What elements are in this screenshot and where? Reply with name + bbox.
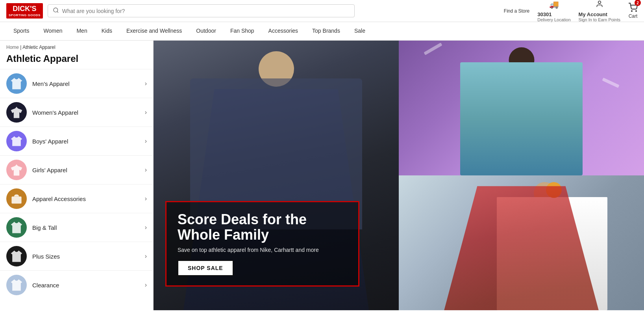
search-icon xyxy=(53,7,59,15)
svg-line-1 xyxy=(57,11,58,13)
sidebar-label-mens: Men's Apparel xyxy=(32,80,139,87)
hero-image-kid xyxy=(399,175,644,310)
sidebar-item-accessories[interactable]: Apparel Accessories › xyxy=(0,184,153,213)
svg-point-0 xyxy=(54,8,58,12)
svg-rect-5 xyxy=(11,197,21,204)
hero-image-man: Score Deals for the Whole Family Save on… xyxy=(154,41,399,310)
sidebar-thumb-mens xyxy=(6,73,27,94)
sidebar-label-womens: Women's Apparel xyxy=(32,109,139,116)
cart-badge: 2 xyxy=(628,3,638,13)
account-icon xyxy=(596,0,603,9)
nav-accessories[interactable]: Accessories xyxy=(261,22,305,40)
main-nav: Sports Women Men Kids Exercise and Welln… xyxy=(0,22,644,41)
sidebar-item-mens[interactable]: Men's Apparel › xyxy=(0,69,153,98)
nav-sports[interactable]: Sports xyxy=(6,22,36,40)
find-store-button[interactable]: Find a Store xyxy=(504,8,529,14)
delivery-location[interactable]: 🚚 30301 Delivery Location xyxy=(537,0,570,22)
breadcrumb-home[interactable]: Home xyxy=(6,45,19,50)
chevron-right-icon: › xyxy=(145,224,147,231)
sidebar-label-plus: Plus Sizes xyxy=(32,253,139,260)
site-header: DICK'S SPORTING GOODS Find a Store 🚚 303… xyxy=(0,0,644,22)
breadcrumb-current: Athletic Apparel xyxy=(22,45,55,50)
sidebar-thumb-boys xyxy=(6,131,27,151)
nav-men[interactable]: Men xyxy=(69,22,94,40)
nav-sale[interactable]: Sale xyxy=(347,22,372,40)
sidebar-thumb-plus xyxy=(6,246,27,266)
chevron-right-icon: › xyxy=(145,138,147,145)
sidebar-label-girls: Girls' Apparel xyxy=(32,167,139,173)
nav-exercise[interactable]: Exercise and Wellness xyxy=(119,22,189,40)
chevron-right-icon: › xyxy=(145,281,147,289)
search-bar[interactable] xyxy=(48,4,355,17)
chevron-right-icon: › xyxy=(145,80,147,87)
svg-point-3 xyxy=(631,11,632,11)
hero-image-woman xyxy=(399,41,644,175)
sidebar-label-accessories: Apparel Accessories xyxy=(32,196,139,202)
sidebar-label-boys: Boys' Apparel xyxy=(32,138,139,145)
sidebar-item-boys[interactable]: Boys' Apparel › xyxy=(0,127,153,155)
promo-overlay: Score Deals for the Whole Family Save on… xyxy=(165,201,359,287)
chevron-right-icon: › xyxy=(145,253,147,260)
logo-line2: SPORTING GOODS xyxy=(9,13,41,17)
delivery-icon: 🚚 xyxy=(549,0,559,9)
cart-button[interactable]: 2 Cart xyxy=(628,3,638,19)
sidebar-item-womens[interactable]: Women's Apparel › xyxy=(0,98,153,127)
shop-sale-button[interactable]: SHOP SALE xyxy=(178,260,233,276)
svg-point-4 xyxy=(636,11,637,11)
breadcrumb: Home | Athletic Apparel xyxy=(0,41,153,52)
sidebar-item-plus[interactable]: Plus Sizes › xyxy=(0,242,153,270)
sidebar-label-clearance: Clearance xyxy=(32,282,139,289)
sidebar-thumb-clearance xyxy=(6,275,27,295)
sidebar-thumb-accessories xyxy=(6,188,27,209)
nav-kids[interactable]: Kids xyxy=(94,22,119,40)
sidebar-title: Athletic Apparel xyxy=(0,52,153,69)
sidebar-thumb-womens xyxy=(6,102,27,123)
cart-label: Cart xyxy=(629,13,638,19)
chevron-right-icon: › xyxy=(145,195,147,202)
find-store-label: Find a Store xyxy=(504,8,529,14)
account-label: My Account xyxy=(579,11,620,17)
sidebar-label-bigtall: Big & Tall xyxy=(32,224,139,231)
chevron-right-icon: › xyxy=(145,109,147,116)
delivery-zip: 30301 xyxy=(537,11,570,17)
nav-women[interactable]: Women xyxy=(36,22,69,40)
delivery-label: Delivery Location xyxy=(537,17,570,22)
nav-topbrands[interactable]: Top Brands xyxy=(305,22,347,40)
sidebar-thumb-girls xyxy=(6,160,27,180)
search-input[interactable] xyxy=(62,8,350,14)
sign-in-label: Sign In to Earn Points xyxy=(579,17,620,22)
promo-title: Score Deals for the Whole Family xyxy=(178,212,347,243)
my-account-button[interactable]: My Account Sign In to Earn Points xyxy=(579,0,620,22)
chevron-right-icon: › xyxy=(145,166,147,173)
sidebar-thumb-bigtall xyxy=(6,217,27,238)
promo-subtitle: Save on top athletic apparel from Nike, … xyxy=(178,247,347,253)
sidebar: Home | Athletic Apparel Athletic Apparel… xyxy=(0,41,154,310)
nav-outdoor[interactable]: Outdoor xyxy=(189,22,223,40)
sidebar-item-girls[interactable]: Girls' Apparel › xyxy=(0,155,153,184)
site-logo[interactable]: DICK'S SPORTING GOODS xyxy=(6,3,43,19)
logo-line1: DICK'S xyxy=(9,5,41,13)
sidebar-item-bigtall[interactable]: Big & Tall › xyxy=(0,213,153,242)
sidebar-item-clearance[interactable]: Clearance › xyxy=(0,270,153,299)
nav-fanshop[interactable]: Fan Shop xyxy=(223,22,261,40)
svg-point-2 xyxy=(598,1,601,4)
breadcrumb-separator: | xyxy=(20,45,21,50)
content-area: Score Deals for the Whole Family Save on… xyxy=(154,41,644,310)
main-layout: Home | Athletic Apparel Athletic Apparel… xyxy=(0,41,644,310)
cart-count: 2 xyxy=(635,0,641,6)
header-actions: Find a Store 🚚 30301 Delivery Location M… xyxy=(504,0,638,22)
